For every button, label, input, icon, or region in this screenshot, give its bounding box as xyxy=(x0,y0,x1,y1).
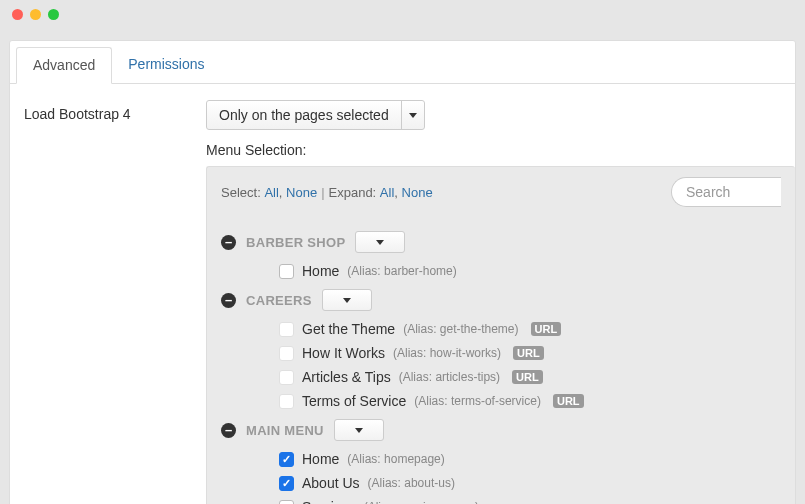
url-badge: URL xyxy=(553,394,584,408)
menu-item-alias: (Alias: articles-tips) xyxy=(399,370,500,384)
menu-group: –BARBER SHOPHome (Alias: barber-home) xyxy=(221,231,781,283)
menu-item-checkbox[interactable]: ✓ xyxy=(279,476,294,491)
menu-item-alias: (Alias: terms-of-service) xyxy=(414,394,541,408)
group-action-select[interactable] xyxy=(322,289,372,311)
chevron-down-icon xyxy=(343,298,351,303)
search-input[interactable]: Search xyxy=(671,177,781,207)
chevron-down-icon xyxy=(376,240,384,245)
chevron-down-icon xyxy=(409,113,417,118)
tab-bar: Advanced Permissions xyxy=(10,41,795,84)
group-header: –CAREERS xyxy=(221,289,781,311)
collapse-icon[interactable]: – xyxy=(221,235,236,250)
url-badge: URL xyxy=(513,346,544,360)
menu-item-row: Articles & Tips (Alias: articles-tips)UR… xyxy=(221,365,781,389)
window-titlebar xyxy=(0,0,805,28)
menu-item-alias: (Alias: about-us) xyxy=(368,476,455,490)
menu-selection-label: Menu Selection: xyxy=(206,142,795,158)
maximize-window-button[interactable] xyxy=(48,9,59,20)
collapse-icon[interactable]: – xyxy=(221,423,236,438)
menu-item-row: ✓Home (Alias: homepage) xyxy=(221,447,781,471)
group-title: MAIN MENU xyxy=(246,423,324,438)
select-label: Select: xyxy=(221,185,261,200)
menu-item-alias: (Alias: how-it-works) xyxy=(393,346,501,360)
select-value: Only on the pages selected xyxy=(207,101,402,129)
toolbar-comma-2: , xyxy=(394,185,401,200)
menu-item-row: Home (Alias: barber-home) xyxy=(221,259,781,283)
select-none-link[interactable]: None xyxy=(286,185,317,200)
menu-item-checkbox[interactable]: ✓ xyxy=(279,452,294,467)
menu-item-row: How It Works (Alias: how-it-works)URL xyxy=(221,341,781,365)
menu-toolbar: Select: All, None | Expand: All, None Se… xyxy=(207,167,795,217)
minimize-window-button[interactable] xyxy=(30,9,41,20)
menu-item-alias: (Alias: services-page) xyxy=(364,500,479,504)
menu-item-row: Services (Alias: services-page) xyxy=(221,495,781,504)
menu-item-checkbox[interactable] xyxy=(279,394,294,409)
close-window-button[interactable] xyxy=(12,9,23,20)
group-title: BARBER SHOP xyxy=(246,235,345,250)
menu-tree: –BARBER SHOPHome (Alias: barber-home)–CA… xyxy=(207,217,795,504)
toolbar-comma: , xyxy=(279,185,286,200)
menu-item-checkbox[interactable] xyxy=(279,346,294,361)
toolbar-separator: | xyxy=(321,185,324,200)
select-caret[interactable] xyxy=(402,101,424,129)
url-badge: URL xyxy=(531,322,562,336)
menu-item-label[interactable]: Articles & Tips xyxy=(302,369,391,385)
menu-item-checkbox[interactable] xyxy=(279,500,294,505)
menu-group: –MAIN MENU✓Home (Alias: homepage)✓About … xyxy=(221,419,781,504)
menu-item-checkbox[interactable] xyxy=(279,264,294,279)
menu-item-label[interactable]: Home xyxy=(302,451,339,467)
group-title: CAREERS xyxy=(246,293,312,308)
tab-content: Load Bootstrap 4 Only on the pages selec… xyxy=(10,84,795,504)
menu-item-label[interactable]: Get the Theme xyxy=(302,321,395,337)
select-all-link[interactable]: All xyxy=(264,185,278,200)
menu-item-row: Get the Theme (Alias: get-the-theme)URL xyxy=(221,317,781,341)
group-action-select[interactable] xyxy=(355,231,405,253)
menu-selection-box: Select: All, None | Expand: All, None Se… xyxy=(206,166,795,504)
menu-group: –CAREERSGet the Theme (Alias: get-the-th… xyxy=(221,289,781,413)
menu-item-row: Terms of Service (Alias: terms-of-servic… xyxy=(221,389,781,413)
menu-item-checkbox[interactable] xyxy=(279,322,294,337)
menu-item-label[interactable]: How It Works xyxy=(302,345,385,361)
expand-all-link[interactable]: All xyxy=(380,185,394,200)
expand-label: Expand: xyxy=(329,185,377,200)
menu-item-checkbox[interactable] xyxy=(279,370,294,385)
collapse-icon[interactable]: – xyxy=(221,293,236,308)
menu-item-label[interactable]: Terms of Service xyxy=(302,393,406,409)
menu-item-alias: (Alias: homepage) xyxy=(347,452,444,466)
expand-none-link[interactable]: None xyxy=(402,185,433,200)
group-header: –MAIN MENU xyxy=(221,419,781,441)
url-badge: URL xyxy=(512,370,543,384)
settings-panel: Advanced Permissions Load Bootstrap 4 On… xyxy=(9,40,796,504)
group-header: –BARBER SHOP xyxy=(221,231,781,253)
menu-item-label[interactable]: Home xyxy=(302,263,339,279)
field-label: Load Bootstrap 4 xyxy=(24,100,206,504)
menu-item-alias: (Alias: get-the-theme) xyxy=(403,322,518,336)
menu-item-alias: (Alias: barber-home) xyxy=(347,264,456,278)
tab-advanced[interactable]: Advanced xyxy=(16,47,112,84)
menu-item-label[interactable]: About Us xyxy=(302,475,360,491)
tab-permissions[interactable]: Permissions xyxy=(112,47,220,83)
search-placeholder: Search xyxy=(686,184,730,200)
menu-item-row: ✓About Us (Alias: about-us) xyxy=(221,471,781,495)
chevron-down-icon xyxy=(355,428,363,433)
group-action-select[interactable] xyxy=(334,419,384,441)
load-bootstrap-select[interactable]: Only on the pages selected xyxy=(206,100,425,130)
menu-item-label[interactable]: Services xyxy=(302,499,356,504)
